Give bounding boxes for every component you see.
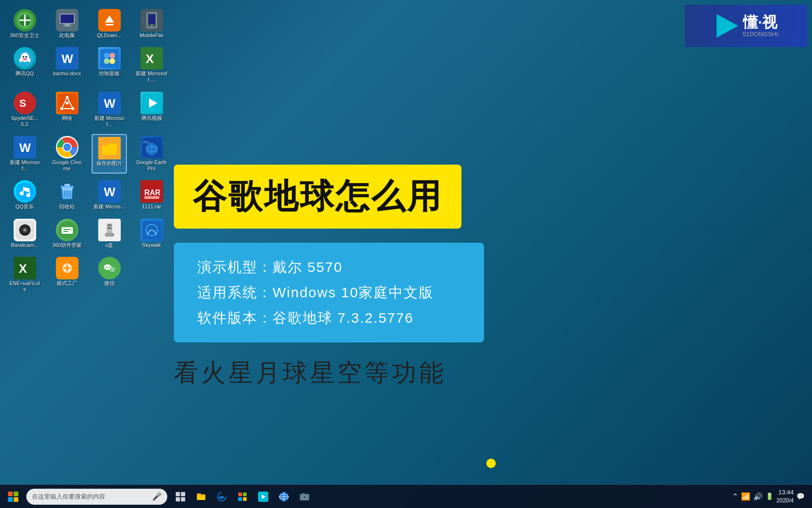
icon-mobile-img — [141, 9, 163, 32]
icon-rar-label: 1111.rar — [142, 204, 161, 210]
svg-text:W: W — [62, 52, 73, 66]
icon-control-panel[interactable]: 控制面板 — [92, 45, 127, 85]
windows-logo-icon — [8, 492, 18, 502]
icon-360-security[interactable]: 360安全卫士 — [7, 7, 42, 40]
taskbar-camera[interactable] — [295, 487, 314, 506]
icon-bandicam[interactable]: Bandicam... — [7, 217, 42, 250]
icon-wechat-img — [98, 257, 121, 279]
subtitle: 看火星月球星空等功能 — [174, 357, 803, 389]
icon-recycle-img — [56, 180, 78, 203]
tray-time: 13:44 — [776, 488, 794, 497]
icon-wechat[interactable]: 微信 — [92, 255, 127, 294]
svg-text:S: S — [19, 97, 26, 109]
cursor-indicator — [486, 459, 496, 468]
icon-usb-drive[interactable]: u盘 — [92, 217, 127, 250]
icon-rar[interactable]: RAR 1111.rar — [134, 178, 169, 212]
icon-mobile-file[interactable]: MobileFile — [134, 7, 169, 40]
icon-qq-img — [14, 47, 36, 70]
svg-rect-58 — [64, 184, 70, 186]
tray-arrow-icon[interactable]: ⌃ — [732, 492, 738, 501]
start-button[interactable] — [4, 488, 23, 505]
svg-rect-111 — [303, 493, 304, 494]
svg-point-110 — [304, 496, 306, 498]
taskbar-task-view[interactable] — [171, 487, 190, 506]
svg-rect-97 — [181, 497, 185, 501]
title-banner: 谷歌地球怎么用 — [174, 165, 461, 229]
svg-point-26 — [104, 58, 109, 64]
icon-saved-pics[interactable]: 保存的图片 — [92, 134, 127, 174]
svg-point-33 — [66, 96, 69, 99]
taskbar-tray: ⌃ 📶 🔊 🔋 13:44 2020/4 💬 — [732, 488, 804, 505]
icon-new-ms3[interactable]: W 新建 Microsof... — [7, 134, 42, 174]
icon-recycle-label: 回收站 — [59, 204, 75, 210]
icon-excel-label: 新建 Microsoft ... — [136, 71, 167, 83]
svg-rect-99 — [243, 492, 247, 496]
icon-tencent-qq[interactable]: 腾讯QQ — [7, 45, 42, 85]
svg-text:RAR: RAR — [144, 189, 161, 197]
taskbar-file-explorer[interactable] — [192, 487, 211, 506]
icon-spyder[interactable]: S Spyder5E... 5.2 — [7, 90, 42, 129]
taskbar-search-bar[interactable]: 在这里输入你要搜索的内容 🎤 — [26, 489, 167, 505]
tray-notification-icon[interactable]: 💬 — [796, 492, 804, 500]
icon-network[interactable]: 网络 — [49, 90, 85, 129]
icon-skywalk-label: Skywalk — [142, 242, 161, 248]
icon-music-label: QQ音乐 — [16, 204, 34, 210]
icon-qq-music[interactable]: QQ音乐 — [7, 178, 42, 212]
main-content-area: 谷歌地球怎么用 演示机型：戴尔 5570 适用系统：Windows 10家庭中文… — [174, 165, 803, 389]
icon-format-factory[interactable]: 格式工厂 — [49, 255, 85, 294]
icon-qldown[interactable]: QLDown... — [92, 7, 127, 40]
icon-banhui-label: banhui.docx — [53, 71, 81, 77]
icon-network-label: 网络 — [62, 115, 72, 121]
svg-rect-94 — [176, 492, 180, 496]
microphone-icon[interactable]: 🎤 — [152, 492, 162, 501]
svg-rect-7 — [62, 26, 72, 27]
taskbar-tencent-video[interactable] — [254, 487, 273, 506]
svg-rect-95 — [181, 492, 185, 496]
tray-volume-icon[interactable]: 🔊 — [753, 492, 763, 501]
icon-ctrl-img — [98, 47, 121, 70]
taskbar-edge[interactable] — [212, 487, 231, 506]
icon-ene-xls[interactable]: X ENE÷v₂á¹ū.xls — [7, 255, 42, 294]
svg-point-19 — [19, 58, 22, 62]
icon-new-ms2[interactable]: W 新建 Microsof... — [92, 90, 127, 129]
icon-pc-label: 此电脑 — [59, 32, 75, 39]
icon-banhui-docx[interactable]: W banhui.docx — [49, 45, 85, 85]
icon-recycle-bin[interactable]: 回收站 — [49, 178, 85, 212]
icon-this-pc[interactable]: 此电脑 — [49, 7, 85, 40]
icon-earth-img: Pro — [141, 136, 163, 159]
taskbar-store[interactable] — [233, 487, 252, 506]
icon-newms3-img: W — [14, 136, 36, 159]
svg-point-25 — [109, 53, 115, 58]
main-title: 谷歌地球怎么用 — [193, 174, 443, 219]
info-line2: 适用系统：Windows 10家庭中文版 — [197, 280, 461, 305]
icon-google-earth[interactable]: Pro Google Earth Pro — [134, 134, 169, 174]
svg-point-92 — [112, 269, 113, 270]
svg-point-71 — [24, 229, 26, 231]
icon-tv-label: 腾讯视频 — [141, 115, 162, 121]
icon-tencent-video[interactable]: 腾讯视频 — [134, 90, 169, 129]
svg-point-89 — [105, 266, 107, 268]
logo-icon — [713, 12, 741, 40]
icon-skywalk[interactable]: Skywalk — [134, 217, 169, 250]
tray-battery-icon: 🔋 — [765, 492, 773, 500]
icon-pics-img — [98, 137, 121, 159]
icon-newms4-img: W — [98, 180, 121, 203]
icon-sky-img — [141, 219, 163, 241]
icon-chrome-img — [56, 136, 78, 159]
svg-rect-23 — [100, 49, 119, 68]
icon-360-manager[interactable]: 360软件管家 — [49, 217, 85, 250]
icon-pics-label: 保存的图片 — [96, 160, 122, 167]
icon-qq-label: 腾讯QQ — [16, 71, 34, 77]
icon-new-ms4[interactable]: W 新建 Micros... — [92, 178, 127, 212]
icon-bandi-img — [14, 219, 36, 241]
icon-google-chrome[interactable]: Google Chrome — [49, 134, 85, 174]
svg-point-88 — [109, 267, 115, 272]
svg-text:W: W — [19, 141, 31, 155]
tray-time-date[interactable]: 13:44 2020/4 — [776, 488, 794, 505]
taskbar-browser[interactable] — [274, 487, 293, 506]
svg-rect-10 — [106, 24, 113, 25]
svg-text:X: X — [19, 262, 27, 276]
icon-360-img — [14, 9, 36, 32]
tray-network-icon[interactable]: 📶 — [741, 492, 750, 501]
icon-new-excel[interactable]: X 新建 Microsoft ... — [134, 45, 169, 85]
